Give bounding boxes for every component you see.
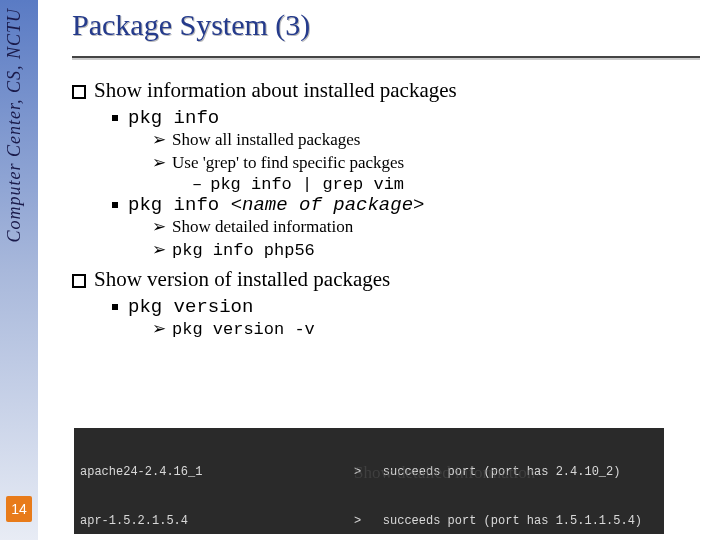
page-number-badge: 14: [6, 496, 32, 522]
terminal-left-column: apache24-2.4.16_1 apr-1.5.2.1.5.4 aspell…: [80, 432, 340, 534]
note-mono: pkg version -v: [172, 319, 315, 342]
command-item: pkg version: [112, 296, 700, 318]
section-heading-text: Show information about installed package…: [94, 78, 457, 103]
terminal-screenshot: apache24-2.4.16_1 apr-1.5.2.1.5.4 aspell…: [74, 428, 664, 534]
square-bullet-icon: [72, 274, 86, 288]
note-text: Show all installed packages: [172, 129, 360, 152]
section-heading: Show information about installed package…: [72, 78, 700, 103]
sub-command-text: pkg info | grep vim: [210, 175, 404, 194]
note-item: ➢ Use 'grep' to find specific packges: [152, 152, 700, 175]
note-item: ➢ pkg info php56: [152, 239, 700, 263]
terminal-right-column: > succeeds port (port has 2.4.10_2) > su…: [354, 432, 654, 534]
command-text: pkg info <name of package>: [128, 194, 424, 216]
arrow-bullet-icon: ➢: [152, 239, 166, 262]
dot-bullet-icon: [112, 202, 118, 208]
dot-bullet-icon: [112, 115, 118, 121]
sub-command-item: – pkg info | grep vim: [192, 175, 700, 194]
note-text: Use 'grep' to find specific packges: [172, 152, 404, 175]
terminal-line: > succeeds port (port has 1.5.1.1.5.4): [354, 513, 654, 529]
command-item: pkg info: [112, 107, 700, 129]
arrow-bullet-icon: ➢: [152, 318, 166, 341]
section-heading-text: Show version of installed packages: [94, 267, 390, 292]
slide-title: Package System (3): [72, 8, 700, 42]
title-divider: [72, 56, 700, 58]
note-item: ➢ Show all installed packages: [152, 129, 700, 152]
command-text: pkg version: [128, 296, 253, 318]
square-bullet-icon: [72, 85, 86, 99]
arrow-bullet-icon: ➢: [152, 216, 166, 239]
arrow-bullet-icon: ➢: [152, 152, 166, 175]
terminal-line: apache24-2.4.16_1: [80, 464, 340, 480]
arrow-bullet-icon: ➢: [152, 129, 166, 152]
sidebar-org-text: Computer Center, CS, NCTU: [4, 8, 25, 243]
dot-bullet-icon: [112, 304, 118, 310]
command-text: pkg info: [128, 107, 219, 129]
terminal-line: > succeeds port (port has 2.4.10_2): [354, 464, 654, 480]
note-item: ➢ pkg version -v: [152, 318, 700, 342]
sidebar: Computer Center, CS, NCTU 14: [0, 0, 38, 540]
command-item: pkg info <name of package>: [112, 194, 700, 216]
note-mono: pkg info php56: [172, 240, 315, 263]
note-text: Show detailed information: [172, 216, 353, 239]
terminal-line: apr-1.5.2.1.5.4: [80, 513, 340, 529]
dash-bullet-icon: –: [192, 175, 202, 194]
note-item: ➢ Show detailed information: [152, 216, 700, 239]
section-heading: Show version of installed packages: [72, 267, 700, 292]
